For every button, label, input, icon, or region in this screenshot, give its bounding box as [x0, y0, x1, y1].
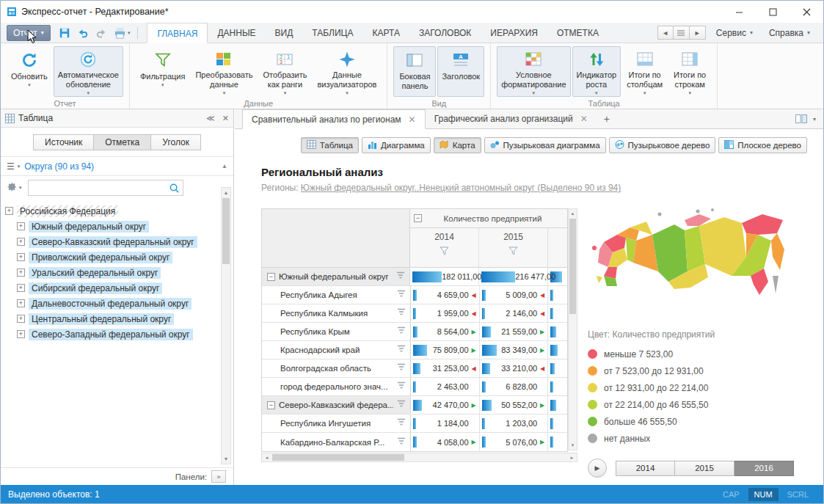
value-cell-2014[interactable]: 8 564,00▶ — [411, 323, 480, 340]
side-panel-tab[interactable]: Уголок — [151, 134, 201, 150]
value-cell-clipped[interactable] — [548, 433, 567, 451]
row-header-cell[interactable]: − Республика Ингушетия — [262, 414, 411, 432]
search-input[interactable] — [29, 181, 169, 194]
row-header-cell[interactable]: − Волгоградская область — [262, 359, 411, 377]
year-column-header[interactable]: 2014 — [410, 228, 479, 268]
add-tab-button[interactable]: + — [597, 109, 617, 128]
redo-button[interactable] — [95, 26, 108, 40]
dimension-label[interactable]: Округа (90 из 94) — [24, 161, 94, 172]
value-cell-2015[interactable]: 216 477,00 — [479, 268, 548, 285]
view-switch-button[interactable]: Карта — [434, 137, 481, 153]
collapse-row-icon[interactable]: − — [267, 273, 275, 281]
tree-item[interactable]: + Уральский федеральный округ — [5, 265, 217, 280]
measure-header-cell[interactable]: − Количество предприятий — [410, 209, 567, 228]
expand-icon[interactable]: + — [17, 299, 25, 307]
value-cell-2015[interactable]: 33 210,00◀ — [480, 359, 549, 377]
value-cell-clipped[interactable] — [548, 323, 567, 340]
row-header-cell[interactable]: − Республика Адыгея — [262, 286, 411, 304]
header-button[interactable]: A Заголовок — [437, 46, 484, 97]
table-vertical-scrollbar[interactable]: ▲ ▼ — [568, 208, 577, 450]
scroll-right-button[interactable]: ► — [690, 26, 706, 40]
row-totals-button[interactable]: Итоги по строкам ▾ — [668, 46, 711, 97]
value-cell-clipped[interactable] — [548, 414, 567, 432]
row-header-cell[interactable]: − Краснодарский край — [262, 341, 411, 359]
row-filter-icon[interactable] — [397, 381, 410, 392]
value-cell-2014[interactable]: 182 011,00 — [410, 268, 479, 285]
row-header-cell[interactable]: − Южный федеральный округ — [262, 268, 410, 285]
save-button[interactable] — [58, 26, 71, 40]
value-cell-2014[interactable]: 42 470,00▶ — [411, 396, 480, 414]
split-view-icon[interactable] — [795, 114, 807, 123]
expand-icon[interactable]: + — [17, 238, 25, 246]
value-cell-2014[interactable]: 75 809,00▶ — [411, 341, 480, 359]
conditional-formatting-button[interactable]: Условное форматирование ▾ — [497, 46, 570, 97]
transform-data-button[interactable]: Преобразовать данные ▾ — [191, 46, 257, 97]
growth-indicator-button[interactable]: Индикатор роста ▾ — [572, 46, 621, 97]
close-button[interactable] — [790, 1, 823, 23]
value-cell-2015[interactable]: 21 559,00▶ — [480, 323, 549, 340]
table-row[interactable]: − Республика Крым 8 564,00▶ 21 559,00▶ — [262, 323, 567, 341]
window-list-button[interactable] — [674, 26, 690, 40]
table-row[interactable]: − город федерального знач... 2 463,00 6 … — [262, 378, 567, 396]
column-filter-icon[interactable] — [440, 246, 449, 255]
table-row[interactable]: − Республика Ингушетия 1 184,00 1 203,00 — [262, 414, 567, 433]
tree-item[interactable]: + Северо-Западный федеральный округ — [5, 326, 217, 342]
scroll-up-icon[interactable]: ▲ — [222, 188, 230, 197]
row-filter-icon[interactable] — [397, 418, 410, 428]
value-cell-2015[interactable]: 5 076,00▶ — [480, 433, 549, 451]
search-icon[interactable] — [169, 183, 180, 194]
expand-icon[interactable]: + — [17, 330, 25, 338]
play-button[interactable]: ▶ — [588, 459, 607, 478]
collapse-panel-icon[interactable]: ≪ — [206, 114, 215, 123]
row-filter-icon[interactable] — [397, 345, 410, 355]
view-switch-button[interactable]: Плоское дерево — [718, 137, 807, 153]
side-panel-tab[interactable]: Источник — [33, 134, 94, 150]
value-cell-2014[interactable]: 4 058,00▶ — [411, 433, 480, 451]
row-filter-icon[interactable] — [396, 271, 409, 282]
row-filter-icon[interactable] — [397, 437, 410, 448]
side-panel-tab[interactable]: Отметка — [94, 134, 151, 150]
table-row[interactable]: − Южный федеральный округ 182 011,00 216… — [262, 268, 567, 286]
scroll-left-button[interactable]: ◄ — [657, 26, 674, 40]
tree-item[interactable]: + Центральный федеральный округ — [5, 311, 217, 326]
expand-icon[interactable]: + — [17, 284, 25, 292]
settings-button[interactable]: ▾ — [7, 183, 22, 193]
scroll-up-icon[interactable]: ▲ — [569, 209, 577, 218]
value-cell-clipped[interactable] — [548, 396, 567, 414]
row-filter-icon[interactable] — [397, 308, 410, 318]
value-cell-2015[interactable]: 83 349,00▶ — [480, 341, 549, 359]
column-filter-icon[interactable] — [508, 246, 518, 255]
value-cell-2015[interactable]: 1 203,00 — [480, 414, 549, 432]
table-row[interactable]: − Республика Адыгея 4 659,00◀ 5 009,00◀ — [262, 286, 567, 304]
value-cell-clipped[interactable] — [548, 359, 567, 377]
panels-expand-button[interactable]: » — [211, 470, 226, 483]
row-filter-icon[interactable] — [397, 400, 410, 410]
table-row[interactable]: − Северо-Кавказский федера... 42 470,00▶… — [262, 396, 567, 414]
ribbon-tab[interactable]: ДАННЫЕ — [208, 23, 265, 43]
row-header-cell[interactable]: − Республика Крым — [262, 323, 411, 340]
table-row[interactable]: − Республика Калмыкия 1 959,00◀ 2 146,00… — [262, 304, 567, 323]
table-horizontal-scrollbar[interactable]: ◄ ► — [261, 453, 577, 462]
view-switch-button[interactable]: Таблица — [301, 137, 359, 153]
scrollbar-thumb[interactable] — [272, 454, 404, 461]
scrollbar-thumb[interactable] — [569, 219, 576, 314]
row-header-cell[interactable]: − город федерального знач... — [262, 378, 411, 395]
value-cell-clipped[interactable] — [548, 378, 567, 395]
minimize-button[interactable] — [722, 1, 756, 23]
scroll-left-icon[interactable]: ◄ — [262, 453, 271, 461]
row-header-cell[interactable]: − Северо-Кавказский федера... — [262, 396, 411, 414]
scroll-right-icon[interactable]: ► — [567, 453, 577, 461]
value-cell-2014[interactable]: 1 959,00◀ — [411, 304, 480, 322]
expand-icon[interactable]: + — [17, 269, 25, 277]
value-cell-2014[interactable]: 1 184,00 — [411, 414, 480, 432]
document-tab[interactable]: Графический анализ организаций ✕ — [426, 109, 597, 128]
value-cell-2015[interactable]: 2 146,00◀ — [480, 304, 549, 322]
ribbon-tab[interactable]: ВИД — [266, 23, 303, 43]
table-row[interactable]: − Волгоградская область 31 253,00◀ 33 21… — [262, 359, 567, 378]
regions-link[interactable]: Южный федеральный округ..Ненецкий автоно… — [301, 183, 621, 193]
scroll-down-icon[interactable]: ▼ — [222, 454, 230, 464]
value-cell-2015[interactable]: 50 552,00▶ — [480, 396, 549, 414]
ribbon-tab[interactable]: ГЛАВНАЯ — [147, 23, 208, 43]
view-switch-button[interactable]: Диаграмма — [362, 137, 431, 153]
row-filter-icon[interactable] — [397, 363, 410, 373]
